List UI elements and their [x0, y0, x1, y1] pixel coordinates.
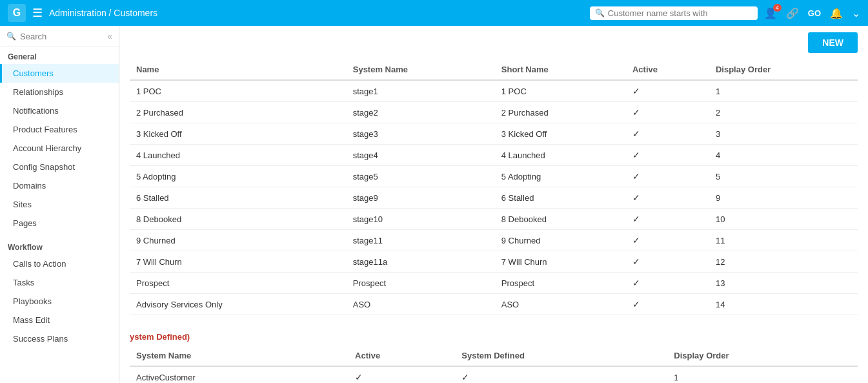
table2-header-row: System Name Active System Defined Displa…: [130, 346, 858, 366]
sidebar-search-input[interactable]: [20, 32, 103, 41]
cell-active: ✓: [626, 166, 709, 187]
cell-display-order: 12: [709, 251, 858, 273]
top-search-icon: 🔍: [595, 8, 605, 17]
customers-table-section: Name System Name Short Name Active Displ…: [119, 59, 868, 326]
cell-name: 3 Kicked Off: [130, 123, 347, 145]
top-nav: G ☰ Administration / Customers 🔍 👤 4 🔗 G…: [0, 0, 868, 26]
cell-active: ✓: [626, 273, 709, 294]
bell-nav-icon[interactable]: 🔔: [830, 7, 843, 19]
cell-display-order: 3: [709, 123, 858, 145]
table-row[interactable]: 4 Launched stage4 4 Launched ✓ 4: [130, 145, 858, 166]
cell-display-order: 4: [709, 145, 858, 166]
top-search-bar[interactable]: 🔍: [590, 6, 758, 20]
breadcrumb: Administration / Customers: [49, 8, 583, 18]
sidebar-section-workflow: Workflow: [0, 238, 119, 254]
top-search-input[interactable]: [608, 8, 752, 18]
cell-display-order: 11: [709, 230, 858, 251]
customers-table: Name System Name Short Name Active Displ…: [130, 59, 858, 315]
table-row[interactable]: 5 Adopting stage5 5 Adopting ✓ 5: [130, 166, 858, 187]
cell-system-name: stage3: [347, 123, 495, 145]
cell2-active: ✓: [348, 366, 455, 383]
sidebar-item-playbooks[interactable]: Playbooks: [0, 292, 119, 311]
col2-header-display-order: Display Order: [667, 346, 858, 366]
col-header-active: Active: [626, 59, 709, 80]
cell-short-name: 1 POC: [495, 80, 626, 102]
table-row[interactable]: 2 Purchased stage2 2 Purchased ✓ 2: [130, 102, 858, 123]
cell-name: Prospect: [130, 273, 347, 294]
cell-name: 6 Stalled: [130, 187, 347, 209]
chevron-nav-icon[interactable]: ⌄: [852, 7, 860, 19]
cell-name: 2 Purchased: [130, 102, 347, 123]
cell-system-name: stage11: [347, 230, 495, 251]
hamburger-menu[interactable]: ☰: [32, 6, 43, 20]
cell-short-name: 8 Debooked: [495, 209, 626, 230]
cell-active: ✓: [626, 251, 709, 273]
cell-short-name: 6 Stalled: [495, 187, 626, 209]
section2-header: ystem Defined): [119, 326, 868, 346]
sidebar-search-bar[interactable]: 🔍 «: [0, 26, 119, 47]
cell-display-order: 13: [709, 273, 858, 294]
cell-short-name: 3 Kicked Off: [495, 123, 626, 145]
users-nav-icon[interactable]: 👤 4: [764, 7, 777, 19]
cell2-system-name: ActiveCustomer: [130, 366, 348, 383]
table-row[interactable]: Advisory Services Only ASO ASO ✓ 14: [130, 294, 858, 315]
cell-name: Advisory Services Only: [130, 294, 347, 315]
cell-system-name: stage4: [347, 145, 495, 166]
cell-display-order: 1: [709, 80, 858, 102]
cell-system-name: stage1: [347, 80, 495, 102]
sidebar-item-mass-edit[interactable]: Mass Edit: [0, 311, 119, 329]
cell-short-name: 9 Churned: [495, 230, 626, 251]
cell-system-name: stage11a: [347, 251, 495, 273]
sidebar-item-tasks[interactable]: Tasks: [0, 273, 119, 292]
cell-short-name: 4 Launched: [495, 145, 626, 166]
cell-system-name: stage2: [347, 102, 495, 123]
sidebar-section-general: General: [0, 47, 119, 64]
sidebar-general-section: General Customers Relationships Notifica…: [0, 47, 119, 233]
sidebar-item-account-hierarchy[interactable]: Account Hierarchy: [0, 139, 119, 158]
cell-display-order: 10: [709, 209, 858, 230]
cell-display-order: 14: [709, 294, 858, 315]
sidebar-item-sites[interactable]: Sites: [0, 195, 119, 214]
cell-active: ✓: [626, 102, 709, 123]
cell-display-order: 5: [709, 166, 858, 187]
table-row[interactable]: 6 Stalled stage9 6 Stalled ✓ 9: [130, 187, 858, 209]
hierarchy-nav-icon[interactable]: 🔗: [786, 7, 799, 19]
sidebar-item-calls-to-action[interactable]: Calls to Action: [0, 254, 119, 273]
section2-table: System Name Active System Defined Displa…: [130, 346, 858, 383]
table2-row[interactable]: ActiveCustomer ✓ ✓ 1: [130, 366, 858, 383]
cell-short-name: 2 Purchased: [495, 102, 626, 123]
table-row[interactable]: 3 Kicked Off stage3 3 Kicked Off ✓ 3: [130, 123, 858, 145]
sidebar-item-notifications[interactable]: Notifications: [0, 101, 119, 120]
table-row[interactable]: Prospect Prospect Prospect ✓ 13: [130, 273, 858, 294]
sidebar-item-product-features[interactable]: Product Features: [0, 120, 119, 139]
app-logo: G: [8, 4, 26, 22]
cell-name: 4 Launched: [130, 145, 347, 166]
main-header: NEW: [119, 26, 868, 59]
new-button[interactable]: NEW: [808, 32, 858, 53]
sidebar-item-relationships[interactable]: Relationships: [0, 83, 119, 101]
sidebar-search-icon: 🔍: [6, 32, 16, 41]
cell-display-order: 2: [709, 102, 858, 123]
sidebar-item-success-plans[interactable]: Success Plans: [0, 329, 119, 348]
sidebar-workflow-section: Workflow Calls to Action Tasks Playbooks…: [0, 233, 119, 348]
table-row[interactable]: 1 POC stage1 1 POC ✓ 1: [130, 80, 858, 102]
sidebar-item-domains[interactable]: Domains: [0, 176, 119, 195]
cell-system-name: stage10: [347, 209, 495, 230]
sidebar-item-customers[interactable]: Customers: [0, 64, 119, 83]
cell-active: ✓: [626, 187, 709, 209]
sidebar: 🔍 « General Customers Relationships Noti…: [0, 26, 119, 383]
cell-active: ✓: [626, 80, 709, 102]
table-row[interactable]: 8 Debooked stage10 8 Debooked ✓ 10: [130, 209, 858, 230]
table-row[interactable]: 7 Will Churn stage11a 7 Will Churn ✓ 12: [130, 251, 858, 273]
sidebar-item-config-snapshot[interactable]: Config Snapshot: [0, 158, 119, 176]
col-header-name: Name: [130, 59, 347, 80]
table-row[interactable]: 9 Churned stage11 9 Churned ✓ 11: [130, 230, 858, 251]
go-nav-icon[interactable]: GO: [808, 8, 821, 18]
main-content: NEW Name System Name Short Name Active D…: [119, 26, 868, 383]
cell-active: ✓: [626, 145, 709, 166]
cell-short-name: 5 Adopting: [495, 166, 626, 187]
cell-active: ✓: [626, 294, 709, 315]
cell-name: 5 Adopting: [130, 166, 347, 187]
sidebar-collapse-button[interactable]: «: [107, 31, 112, 41]
sidebar-item-pages[interactable]: Pages: [0, 214, 119, 233]
